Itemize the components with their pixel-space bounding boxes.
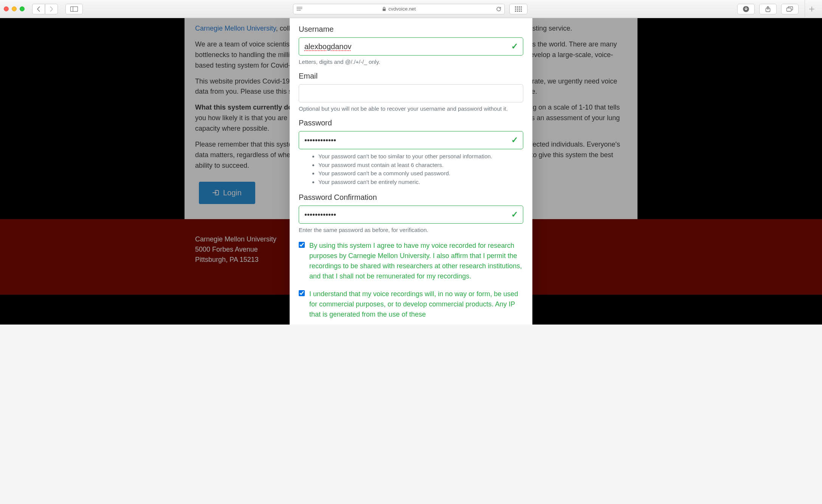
password-input[interactable] [299,131,523,149]
password-req-item: Your password can't be a commonly used p… [318,169,523,178]
confirm-label: Password Confirmation [299,193,523,202]
reload-icon[interactable] [496,6,501,12]
password-req-item: Your password can't be too similar to yo… [318,152,523,161]
new-tab-button[interactable] [805,0,818,18]
svg-rect-7 [517,6,518,8]
close-window-button[interactable] [4,6,9,11]
password-req-item: Your password can't be entirely numeric. [318,178,523,187]
reader-mode-icon[interactable] [296,7,302,11]
lock-icon [382,7,386,11]
forward-button[interactable] [45,4,58,14]
svg-rect-0 [71,6,78,11]
agree2-label[interactable]: I understand that my voice recordings wi… [309,289,523,320]
top-sites-button[interactable] [509,4,527,14]
downloads-button[interactable] [737,4,755,14]
share-button[interactable] [759,4,777,14]
password-req-item: Your password must contain at least 6 ch… [318,161,523,170]
svg-rect-5 [383,9,386,11]
minimize-window-button[interactable] [12,6,17,11]
svg-rect-8 [519,6,520,8]
tabs-button[interactable] [781,4,799,14]
address-bar[interactable]: cvdvoice.net [293,4,505,14]
username-input[interactable] [299,37,523,56]
svg-rect-9 [521,6,522,8]
svg-rect-12 [519,8,520,9]
sidebar-toggle-button[interactable] [65,4,83,14]
back-button[interactable] [32,4,45,14]
email-input[interactable] [299,84,523,102]
page-viewport: Carnegie Mellon University, collectively… [0,18,822,325]
agree1-label[interactable]: By using this system I agree to have my … [309,241,523,281]
window-controls [4,6,25,11]
svg-rect-11 [517,8,518,9]
svg-rect-21 [787,8,791,11]
agree2-checkbox[interactable] [299,290,305,296]
svg-rect-15 [517,11,518,12]
confirm-help: Enter the same password as before, for v… [299,227,523,233]
username-label: Username [299,25,523,34]
svg-rect-14 [515,11,516,12]
agree1-checkbox[interactable] [299,242,305,248]
email-label: Email [299,72,523,80]
url-text: cvdvoice.net [388,6,416,12]
confirm-input[interactable] [299,206,523,224]
svg-rect-16 [519,11,520,12]
username-help: Letters, digits and @/./+/-/_ only. [299,59,523,65]
browser-toolbar: cvdvoice.net [0,0,822,18]
signup-modal: Username Letters, digits and @/./+/-/_ o… [290,18,532,325]
email-help: Optional but you will not be able to rec… [299,105,523,112]
svg-rect-10 [515,8,516,9]
password-label: Password [299,119,523,127]
maximize-window-button[interactable] [20,6,25,11]
svg-rect-17 [521,11,522,12]
svg-rect-6 [515,6,516,8]
password-requirements: Your password can't be too similar to yo… [299,152,523,186]
svg-rect-13 [521,8,522,9]
